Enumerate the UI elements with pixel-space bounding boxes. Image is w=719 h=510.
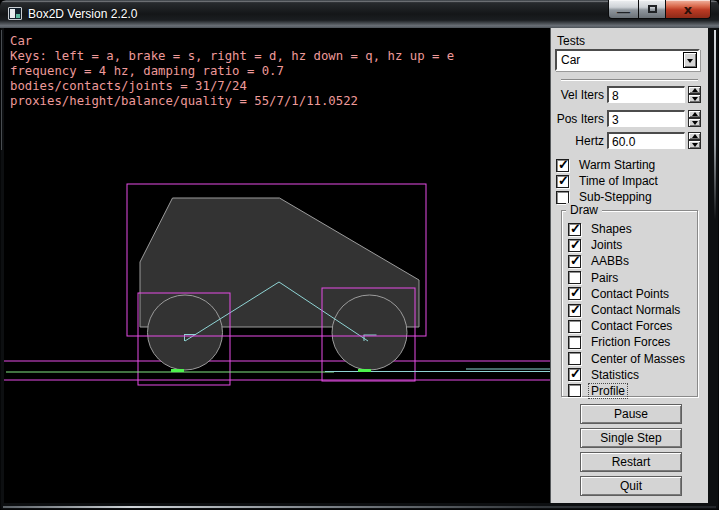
minimize-button[interactable]: — [608,0,639,19]
window-right-border [714,30,716,220]
spinner-up-icon[interactable] [688,86,701,94]
draw-groupbox: Draw ✓ Shapes ✓ Joints ✓ AABBs ✓ Pairs ✓… [561,210,698,397]
checkbox-row-aabbs[interactable]: ✓ AABBs [568,253,688,269]
action-button-single-step[interactable]: Single Step [580,428,682,448]
checkbox[interactable]: ✓ [568,239,581,252]
action-buttons: PauseSingle StepRestartQuit [580,404,682,500]
spinner-row-vel-iters: Vel Iters 8 [551,86,709,103]
tests-dropdown[interactable]: Car [555,49,700,71]
checkbox-label: Friction Forces [588,334,673,350]
spinner-up-icon[interactable] [688,132,701,140]
spinner-down-icon[interactable] [688,140,701,149]
spinner-down-icon[interactable] [688,94,701,103]
checkbox-label: Warm Starting [576,157,658,173]
checkbox[interactable]: ✓ [568,304,581,317]
check-icon: ✓ [570,366,581,381]
close-button[interactable]: x [666,0,711,19]
spinner-input[interactable]: 3 [607,110,685,127]
checkbox-label: Contact Normals [588,302,683,318]
spinner-row-hertz: Hertz 60.0 [551,132,709,149]
checkbox-row-time-of-impact[interactable]: ✓ Time of Impact [556,173,661,189]
check-icon: ✓ [570,302,581,317]
checkbox-label: Pairs [588,270,621,286]
checkbox[interactable]: ✓ [568,287,581,300]
checkbox-label: Joints [588,237,625,253]
info-line-keys-left-a-brake-s-right-d-hz-down-q-hz-up-e: Keys: left = a, brake = s, right = d, hz… [10,49,454,64]
check-icon: ✓ [570,237,581,252]
check-icon: ✓ [570,221,581,236]
checkbox-label: Statistics [588,367,642,383]
spinner-down-icon[interactable] [688,118,701,127]
checkbox[interactable]: ✓ [568,255,581,268]
checkbox-row-contact-normals[interactable]: ✓ Contact Normals [568,302,688,318]
checkbox-label: Shapes [588,221,635,237]
checkbox-label: Contact Forces [588,318,675,334]
checkbox[interactable]: ✓ [568,271,581,284]
checkbox-row-shapes[interactable]: ✓ Shapes [568,221,688,237]
contact-point-front [358,369,371,372]
car-front-wheel [332,295,407,370]
checkbox-row-profile[interactable]: ✓ Profile [568,383,688,399]
app-icon [8,7,22,20]
solver-toggles: ✓ Warm Starting ✓ Time of Impact ✓ Sub-S… [556,157,661,206]
check-icon: ✓ [558,157,569,172]
checkbox-label: Time of Impact [576,173,661,189]
window-title: Box2D Version 2.2.0 [28,7,137,21]
dropdown-arrow-button[interactable] [683,52,697,68]
info-line-proxies-height-balance-quality-55-7-1-11-0522: proxies/height/balance/quality = 55/7/1/… [10,94,454,109]
maximize-button[interactable] [639,0,666,19]
spinner-buttons [688,110,701,127]
caption-buttons: — x [608,0,711,19]
tests-dropdown-value: Car [561,53,580,67]
checkbox[interactable]: ✓ [556,175,569,188]
info-line-frequency-4-hz-damping-ratio-0-7: frequency = 4 hz, damping ratio = 0.7 [10,64,454,79]
minimize-icon: — [617,8,630,16]
draw-groupbox-legend: Draw [566,203,602,217]
checkbox[interactable]: ✓ [556,159,569,172]
check-icon: ✓ [570,285,581,300]
action-button-quit[interactable]: Quit [580,476,682,496]
titlebar[interactable]: Box2D Version 2.2.0 — x [0,0,719,28]
spinner-up-icon[interactable] [688,110,701,118]
check-icon: ✓ [558,173,569,188]
checkbox-row-joints[interactable]: ✓ Joints [568,237,688,253]
info-line-car: Car [10,34,454,49]
tests-label: Tests [557,34,585,48]
checkbox[interactable]: ✓ [568,368,581,381]
contact-point-rear [171,369,184,372]
sim-info-text: CarKeys: left = a, brake = s, right = d,… [10,34,454,109]
checkbox-row-contact-forces[interactable]: ✓ Contact Forces [568,318,688,334]
close-icon: x [684,3,692,16]
checkbox[interactable]: ✓ [568,223,581,236]
spinner-label: Pos Iters [557,112,604,126]
maximize-icon [648,5,657,13]
check-icon: ✓ [570,253,581,268]
app-window: Box2D Version 2.2.0 — x [0,0,719,510]
checkbox-row-contact-points[interactable]: ✓ Contact Points [568,286,688,302]
draw-toggles: ✓ Shapes ✓ Joints ✓ AABBs ✓ Pairs ✓ Cont… [568,221,688,399]
action-button-restart[interactable]: Restart [580,452,682,472]
control-panel: Tests Car Vel Iters 8 Pos Iters 3 Hertz … [550,28,708,503]
spinner-input[interactable]: 60.0 [607,132,685,149]
spinner-input[interactable]: 8 [607,86,685,103]
spinner-buttons [688,86,701,103]
checkbox-row-center-of-masses[interactable]: ✓ Center of Masses [568,351,688,367]
checkbox-row-pairs[interactable]: ✓ Pairs [568,270,688,286]
checkbox[interactable]: ✓ [568,384,581,397]
checkbox[interactable]: ✓ [568,336,581,349]
action-button-pause[interactable]: Pause [580,404,682,424]
car-rear-wheel [148,295,223,370]
spinner-label: Hertz [575,134,604,148]
checkbox[interactable]: ✓ [568,352,581,365]
window-bottom-border [3,506,716,508]
separator-line [561,79,698,81]
checkbox-label: Center of Masses [588,351,688,367]
window-left-border [1,30,2,150]
checkbox-label: Profile [588,383,628,399]
checkbox-row-statistics[interactable]: ✓ Statistics [568,367,688,383]
checkbox[interactable]: ✓ [568,320,581,333]
checkbox-row-friction-forces[interactable]: ✓ Friction Forces [568,334,688,350]
simulation-canvas[interactable]: CarKeys: left = a, brake = s, right = d,… [4,28,550,503]
spinner-row-pos-iters: Pos Iters 3 [551,110,709,127]
checkbox-row-warm-starting[interactable]: ✓ Warm Starting [556,157,661,173]
